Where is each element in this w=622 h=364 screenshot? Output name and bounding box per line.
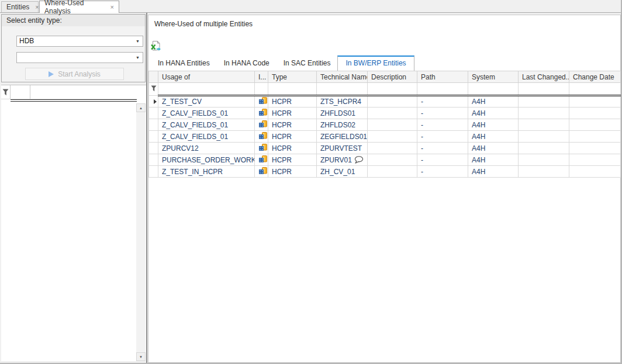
description-cell[interactable] — [368, 96, 417, 108]
type-cell[interactable]: HCPR — [268, 143, 317, 154]
path-cell[interactable]: - — [417, 108, 468, 119]
table-row[interactable]: PURCHASE_ORDER_WORKLIST HCPR ZPURV01 - A… — [149, 154, 621, 166]
tab-in-bw-erp-entities[interactable]: In BW/ERP Entities — [337, 56, 414, 71]
table-row[interactable]: Z_CALV_FIELDS_01 HCPR ZEGFIELDS01 - A4H — [149, 131, 621, 143]
tab-entities[interactable]: Entities × — [1, 1, 39, 12]
system-cell[interactable]: A4H — [468, 131, 519, 143]
usage-of-cell[interactable]: Z_CALV_FIELDS_01 — [158, 119, 255, 131]
filter-cell[interactable] — [368, 83, 417, 96]
col-technical-name[interactable]: Technical Name — [317, 71, 368, 83]
change-date-cell[interactable] — [569, 96, 621, 108]
comment-bubble-icon[interactable] — [354, 156, 364, 165]
left-filter-cell-1[interactable] — [11, 85, 30, 99]
path-cell[interactable]: - — [417, 143, 468, 154]
description-cell[interactable] — [368, 108, 417, 119]
filter-cell[interactable] — [468, 83, 519, 96]
table-row[interactable]: Z_CALV_FIELDS_01 HCPR ZHFLDS01 - A4H — [149, 108, 621, 119]
last-changed-cell[interactable] — [519, 166, 569, 178]
col-type[interactable]: Type — [268, 71, 317, 83]
technical-name-cell[interactable]: ZHFLDS01 — [317, 108, 368, 119]
type-cell[interactable]: HCPR — [268, 119, 317, 131]
tab-where-used-analysis[interactable]: Where-Used Analysis × — [39, 1, 119, 13]
scroll-down-icon[interactable]: ▼ — [136, 352, 146, 361]
technical-name-cell[interactable]: ZEGFIELDS01 — [317, 131, 368, 143]
col-system[interactable]: System — [468, 71, 519, 83]
last-changed-cell[interactable] — [519, 131, 569, 143]
last-changed-cell[interactable] — [519, 96, 569, 108]
panel-splitter[interactable] — [146, 13, 147, 363]
system-cell[interactable]: A4H — [468, 96, 519, 108]
col-last-changed[interactable]: Last Changed... — [519, 71, 569, 83]
tab-in-hana-code[interactable]: In HANA Code — [217, 56, 277, 71]
path-cell[interactable]: - — [417, 131, 468, 143]
system-cell[interactable]: A4H — [468, 143, 519, 154]
usage-of-cell[interactable]: Z_CALV_FIELDS_01 — [158, 108, 255, 119]
usage-of-cell[interactable]: Z_CALV_FIELDS_01 — [158, 131, 255, 143]
col-description[interactable]: Description — [368, 71, 417, 83]
tab-entities-close-icon[interactable]: × — [35, 4, 39, 11]
type-cell[interactable]: HCPR — [268, 96, 317, 108]
filter-cell[interactable] — [268, 83, 317, 96]
table-row[interactable]: Z_TEST_IN_HCPR HCPR ZH_CV_01 - A4H — [149, 166, 621, 178]
change-date-cell[interactable] — [569, 166, 621, 178]
change-date-cell[interactable] — [569, 119, 621, 131]
description-cell[interactable] — [368, 119, 417, 131]
path-cell[interactable]: - — [417, 119, 468, 131]
description-cell[interactable] — [368, 143, 417, 154]
tab-in-hana-entities[interactable]: In HANA Entities — [151, 56, 217, 71]
path-cell[interactable]: - — [417, 154, 468, 166]
filter-cell[interactable] — [158, 83, 255, 96]
usage-of-cell[interactable]: Z_TEST_CV — [158, 96, 255, 108]
system-cell[interactable]: A4H — [468, 166, 519, 178]
table-row[interactable]: Z_CALV_FIELDS_01 HCPR ZHFLDS02 - A4H — [149, 119, 621, 131]
filter-cell[interactable] — [317, 83, 368, 96]
filter-cell[interactable] — [569, 83, 621, 96]
description-cell[interactable] — [368, 154, 417, 166]
filter-cell[interactable] — [255, 83, 268, 96]
entity-dropdown[interactable]: ▼ — [16, 52, 143, 63]
system-cell[interactable]: A4H — [468, 119, 519, 131]
col-usage-of[interactable]: Usage of — [158, 71, 255, 83]
table-row[interactable]: ZPURCV12 HCPR ZPURVTEST - A4H — [149, 143, 621, 154]
system-cell[interactable]: A4H — [468, 108, 519, 119]
technical-name-cell[interactable]: ZH_CV_01 — [317, 166, 368, 178]
type-cell[interactable]: HCPR — [268, 166, 317, 178]
export-to-excel-icon[interactable] — [150, 40, 163, 52]
chevron-down-icon[interactable]: ▼ — [133, 56, 143, 60]
change-date-cell[interactable] — [569, 108, 621, 119]
auto-filter-row[interactable] — [149, 83, 621, 96]
technical-name-cell[interactable]: ZPURVTEST — [317, 143, 368, 154]
entity-type-dropdown[interactable]: HDB ▼ — [16, 36, 143, 47]
left-grid-vertical-scrollbar[interactable]: ▲ ▼ — [136, 103, 146, 361]
technical-name-cell[interactable]: ZPURV01 — [317, 154, 368, 166]
col-path[interactable]: Path — [417, 71, 468, 83]
change-date-cell[interactable] — [569, 154, 621, 166]
last-changed-cell[interactable] — [519, 143, 569, 154]
path-cell[interactable]: - — [417, 166, 468, 178]
col-change-date[interactable]: Change Date — [569, 71, 621, 83]
description-cell[interactable] — [368, 166, 417, 178]
chevron-down-icon[interactable]: ▼ — [133, 39, 143, 43]
change-date-cell[interactable] — [569, 143, 621, 154]
usage-of-cell[interactable]: ZPURCV12 — [158, 143, 255, 154]
filter-funnel-icon[interactable] — [149, 83, 158, 96]
left-filter-cell-2[interactable] — [30, 85, 137, 99]
filter-cell[interactable] — [417, 83, 468, 96]
table-row[interactable]: Z_TEST_CV HCPR ZTS_HCPR4 - A4H — [149, 96, 621, 108]
technical-name-cell[interactable]: ZHFLDS02 — [317, 119, 368, 131]
last-changed-cell[interactable] — [519, 108, 569, 119]
type-cell[interactable]: HCPR — [268, 131, 317, 143]
usage-of-cell[interactable]: Z_TEST_IN_HCPR — [158, 166, 255, 178]
filter-cell[interactable] — [519, 83, 569, 96]
last-changed-cell[interactable] — [519, 119, 569, 131]
filter-funnel-icon[interactable] — [1, 85, 11, 99]
tab-where-used-analysis-close-icon[interactable]: × — [110, 4, 114, 11]
left-grid-filter-row[interactable] — [1, 85, 137, 99]
tab-in-sac-entities[interactable]: In SAC Entities — [277, 56, 338, 71]
scroll-up-icon[interactable]: ▲ — [136, 103, 146, 112]
last-changed-cell[interactable] — [519, 154, 569, 166]
technical-name-cell[interactable]: ZTS_HCPR4 — [317, 96, 368, 108]
start-analysis-button[interactable]: Start Analysis — [25, 68, 124, 80]
type-cell[interactable]: HCPR — [268, 108, 317, 119]
change-date-cell[interactable] — [569, 131, 621, 143]
